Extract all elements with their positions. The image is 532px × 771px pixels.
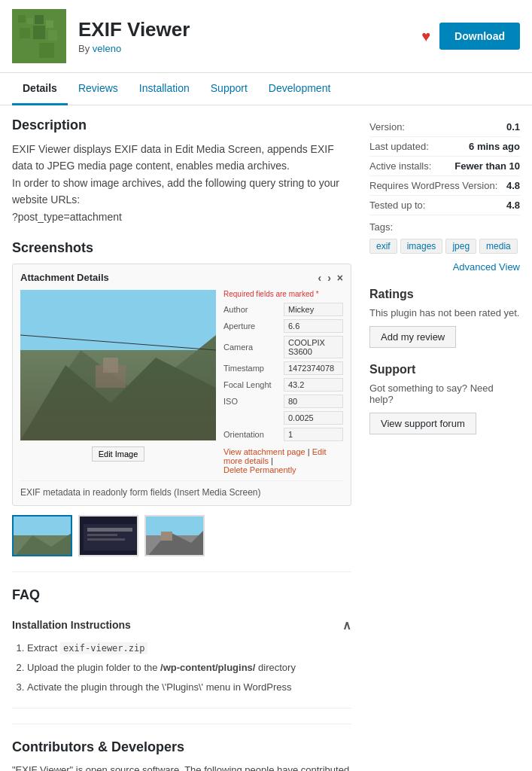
form-row-iso: ISO 80 (223, 395, 343, 408)
screenshot-frame-title: Attachment Details ‹ › × (20, 272, 343, 284)
plugin-icon (12, 9, 66, 63)
tab-installation[interactable]: Installation (129, 73, 200, 105)
screenshot-frame: Attachment Details ‹ › × (12, 264, 351, 506)
description-title: Description (12, 117, 351, 133)
faq-title: FAQ (12, 587, 351, 603)
plugin-author: By veleno (78, 43, 421, 54)
screenshot-links: View attachment page | Edit more details… (223, 447, 343, 474)
svg-rect-25 (87, 538, 125, 541)
svg-rect-4 (46, 20, 53, 28)
faq-step-2: Upload the plugin folder to the /wp-cont… (27, 660, 351, 676)
svg-rect-24 (87, 534, 117, 536)
svg-rect-5 (20, 28, 30, 38)
close-icon[interactable]: × (337, 272, 343, 284)
advanced-view-link[interactable]: Advanced View (369, 261, 520, 273)
svg-rect-6 (33, 26, 45, 39)
form-row-orientation: Orientation 1 (223, 428, 343, 441)
faq-item-installation: Installation Instructions ∧ Extract exif… (12, 611, 351, 709)
divider-2 (12, 724, 351, 724)
thumbnail-2[interactable] (78, 515, 138, 556)
next-icon[interactable]: › (327, 272, 331, 284)
svg-rect-23 (87, 528, 132, 532)
meta-requires-wp: Requires WordPress Version: 4.8 (369, 176, 520, 196)
screenshot-thumbnails (12, 515, 351, 556)
tab-details[interactable]: Details (12, 73, 68, 105)
svg-rect-8 (23, 41, 36, 53)
svg-rect-1 (18, 15, 26, 23)
contributors-text: "EXIF Viewer" is open source software. T… (12, 763, 351, 771)
plugin-header: EXIF Viewer By veleno ♥ Download (0, 0, 532, 73)
screenshots-title: Screenshots (12, 240, 351, 256)
support-forum-button[interactable]: View support forum (369, 413, 476, 434)
svg-rect-11 (20, 350, 216, 440)
meta-tested: Tested up to: 4.8 (369, 196, 520, 215)
meta-tags-area: Tags: exif images jpeg media (369, 221, 520, 254)
prev-icon[interactable]: ‹ (318, 272, 321, 284)
svg-rect-7 (48, 30, 57, 41)
screenshot-main: Edit Image Required fields are marked * … (20, 290, 343, 474)
ratings-section: Ratings This plugin has not been rated y… (369, 288, 520, 348)
svg-rect-3 (35, 15, 44, 24)
faq-chevron-icon: ∧ (342, 618, 351, 632)
faq-question-label: Installation Instructions (12, 619, 131, 631)
svg-rect-2 (27, 18, 33, 24)
plugin-title: EXIF Viewer (78, 18, 421, 41)
divider-1 (12, 571, 351, 572)
svg-rect-29 (161, 532, 172, 541)
download-button[interactable]: Download (439, 23, 520, 50)
form-row-aperture: Aperture 6.6 (223, 319, 343, 333)
favorite-button[interactable]: ♥ (421, 28, 430, 45)
view-attachment-link[interactable]: View attachment page (223, 447, 306, 456)
faq-step-1: Extract exif-viewer.zip (27, 640, 351, 657)
support-title: Support (369, 363, 520, 376)
ratings-title: Ratings (369, 288, 520, 301)
tag-images[interactable]: images (400, 239, 443, 254)
screenshot-form: Required fields are marked * Author Mick… (223, 290, 343, 474)
tag-exif[interactable]: exif (369, 239, 397, 254)
meta-last-updated: Last updated: 6 mins ago (369, 137, 520, 157)
form-row-focal: Focal Lenght 43.2 (223, 378, 343, 392)
svg-rect-10 (20, 290, 216, 380)
tabs-nav: Details Reviews Installation Support Dev… (0, 73, 532, 105)
thumbnail-1[interactable] (12, 515, 72, 556)
meta-active-installs: Active installs: Fewer than 10 (369, 157, 520, 176)
screenshot-frame-controls: ‹ › × (318, 272, 343, 284)
contributors-title: Contributors & Developers (12, 739, 351, 755)
screenshot-image (20, 290, 216, 440)
header-actions: ♥ Download (421, 23, 520, 50)
author-link[interactable]: veleno (93, 43, 121, 54)
add-review-button[interactable]: Add my review (369, 326, 456, 348)
ratings-not-rated: This plugin has not been rated yet. (369, 307, 520, 318)
right-column: Version: 0.1 Last updated: 6 mins ago Ac… (369, 117, 520, 771)
svg-rect-9 (39, 43, 54, 58)
thumbnail-3[interactable] (144, 515, 205, 556)
faq-step-3: Activate the plugin through the \'Plugin… (27, 679, 351, 696)
left-column: Description EXIF Viewer displays EXIF da… (12, 117, 351, 771)
form-row-timestamp: Timestamp 1472374078 (223, 361, 343, 375)
form-row-camera: Camera COOLPIX S3600 (223, 336, 343, 358)
plugin-title-area: EXIF Viewer By veleno (78, 18, 421, 54)
edit-image-button[interactable]: Edit Image (92, 446, 145, 462)
form-required-note: Required fields are marked * (223, 290, 343, 298)
svg-marker-13 (20, 358, 216, 440)
svg-rect-14 (96, 365, 126, 388)
tags-container: exif images jpeg media (369, 239, 520, 254)
tag-media[interactable]: media (479, 239, 518, 254)
tab-development[interactable]: Development (258, 73, 342, 105)
svg-rect-15 (103, 358, 118, 373)
faq-answer-installation: Extract exif-viewer.zip Upload the plugi… (12, 640, 351, 708)
svg-marker-12 (20, 335, 216, 440)
tag-jpeg[interactable]: jpeg (445, 239, 476, 254)
tab-support[interactable]: Support (200, 73, 258, 105)
form-row-exposure: 0.0025 (223, 411, 343, 425)
support-text: Got something to say? Need help? (369, 382, 520, 405)
tab-reviews[interactable]: Reviews (68, 73, 129, 105)
screenshot-caption: EXIF metadata in readonly form fields (I… (20, 480, 343, 498)
support-section: Support Got something to say? Need help?… (369, 363, 520, 434)
description-body: EXIF Viewer displays EXIF data in Edit M… (12, 141, 351, 225)
main-content: Description EXIF Viewer displays EXIF da… (0, 105, 532, 771)
delete-permanently-link[interactable]: Delete Permanently (223, 465, 296, 474)
form-row-author: Author Mickey (223, 303, 343, 316)
faq-question-installation[interactable]: Installation Instructions ∧ (12, 611, 351, 640)
meta-version: Version: 0.1 (369, 117, 520, 137)
